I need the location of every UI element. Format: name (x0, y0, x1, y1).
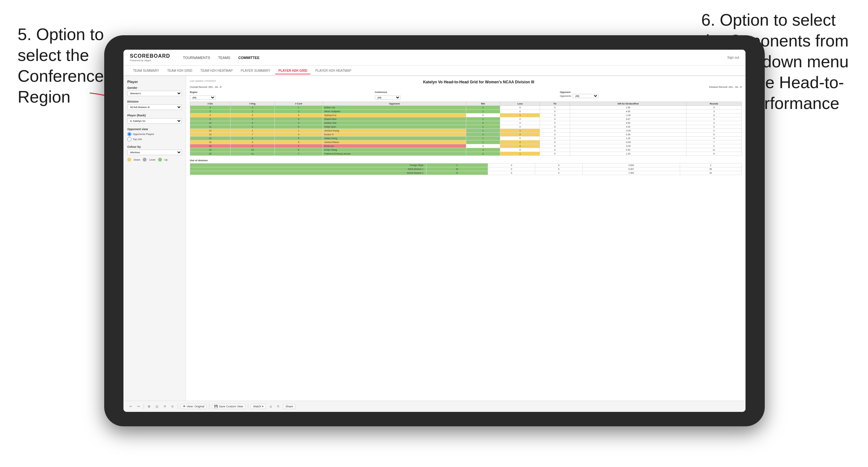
subnav-team-h2h-heatmap[interactable]: TEAM H2H HEATMAP (197, 68, 236, 74)
color-up-dot (158, 158, 162, 161)
region-select[interactable]: (All) (190, 95, 215, 100)
table-row: 522Alexis Sudijanto1004.003 (190, 110, 742, 114)
out-table-cell: NCAA Division 2 (190, 171, 427, 175)
nav-tournaments[interactable]: TOURNAMENTS (180, 54, 214, 61)
table-cell: 6 (275, 148, 323, 152)
watch-button[interactable]: Watch ▾ (251, 404, 266, 409)
colour-by-select[interactable]: Win/loss (127, 150, 182, 155)
radio-opponents-played-input[interactable] (127, 132, 131, 136)
table-cell: 4 (686, 121, 742, 125)
division-select[interactable]: NCAA Division III (127, 104, 182, 110)
opponent-select[interactable]: (All) (573, 94, 598, 98)
opponent-view-label: Opponent view (127, 128, 182, 131)
table-cell: 3.67 (570, 117, 686, 121)
toolbar-icon-3[interactable]: ↺ (162, 404, 167, 409)
player-section-title: Player (127, 80, 182, 84)
table-cell: 2 (500, 133, 540, 136)
redo-button[interactable]: ↪ (136, 404, 141, 409)
table-cell: 3 (275, 114, 323, 117)
view-original-label: View: Original (187, 405, 204, 408)
table-cell: 0 (500, 148, 540, 152)
table-cell: 11 (686, 148, 742, 152)
radio-opponents-played[interactable]: Opponents Played (127, 132, 182, 136)
table-row: 1125Heejo Hyun1003.333 (190, 125, 742, 129)
table-cell: 1 (466, 136, 500, 141)
table-cell: 2 (275, 110, 323, 114)
nav-teams[interactable]: TEAMS (215, 54, 234, 61)
color-down-label: Down (134, 158, 140, 161)
toolbar-icon-5[interactable]: ⊔ (268, 404, 273, 409)
subnav-team-summary[interactable]: TEAM SUMMARY (130, 68, 162, 74)
player-rank-select[interactable]: 8. Katelyn Vo (127, 118, 182, 124)
table-cell: 6 (230, 121, 275, 125)
region-filter-label: Region (190, 91, 372, 93)
out-table-cell: 9.267 (583, 167, 680, 171)
view-original-button[interactable]: 👁 View: Original (181, 404, 207, 409)
app-header: SCOREBOARD Powered by clippd TOURNAMENTS… (123, 50, 745, 66)
table-cell: 2 (686, 144, 742, 148)
player-rank-label: Player (Rank) (127, 114, 182, 117)
conference-select[interactable]: (All) (375, 95, 401, 100)
table-cell: 13 (190, 129, 230, 133)
table-cell: 1 (500, 152, 540, 156)
table-cell: 3 (686, 125, 742, 129)
radio-top100[interactable]: Top 100 (127, 137, 182, 142)
toolbar-icon-2[interactable]: ◫ (154, 404, 160, 409)
toolbar-icon-6[interactable]: ⊓ (276, 404, 281, 409)
table-cell: 2 (500, 144, 540, 148)
opponent-view-radio-group: Opponents Played Top 100 (127, 132, 182, 142)
subnav-player-h2h-heatmap[interactable]: PLAYER H2H HEATMAP (312, 68, 354, 74)
table-cell: 0 (540, 144, 570, 148)
table-cell: 0 (500, 110, 540, 114)
sign-out-link[interactable]: Sign out (727, 56, 739, 59)
save-custom-button[interactable]: 💾 Save Custom View (212, 404, 245, 409)
table-cell: Emily Chang (323, 148, 466, 152)
subnav-team-h2h-grid[interactable]: TEAM H2H GRID (164, 68, 195, 74)
toolbar-icon-4[interactable]: ⊙ (170, 404, 175, 409)
col-div: # Div (190, 102, 230, 106)
table-row: 1585Stella Cheng1001.254 (190, 136, 742, 141)
table-row: 20117Federica Domecq Lacroze2101.336 (190, 152, 742, 156)
save-icon: 💾 (214, 405, 218, 408)
table-cell: Jessica Mason (323, 141, 466, 144)
table-cell: 6 (275, 141, 323, 144)
radio-opponents-played-label: Opponents Played (133, 133, 154, 135)
subnav-player-h2h-grid[interactable]: PLAYER H2H GRID (275, 68, 310, 74)
table-cell: Alexis Sudijanto (323, 110, 466, 114)
view-icon: 👁 (183, 405, 186, 408)
table-cell: Jessica Huang (323, 129, 466, 133)
toolbar-icon-1[interactable]: ⊞ (147, 404, 152, 409)
out-table-cell: 15 (426, 167, 488, 171)
out-table-cell: 0 (535, 163, 583, 167)
table-cell: 11 (230, 152, 275, 156)
radio-top100-input[interactable] (127, 137, 131, 142)
colour-by-label: Colour by (127, 145, 182, 148)
nav-committee[interactable]: COMMITTEE (235, 54, 262, 61)
table-cell: 2 (275, 144, 323, 148)
grid-header: Last Updated: 27/03/2024 Katelyn Vo Head… (190, 80, 742, 84)
table-cell: 1 (466, 141, 500, 144)
table-cell: 4 (686, 106, 742, 110)
col-opponent: Opponent (323, 102, 466, 106)
undo-button[interactable]: ↩ (128, 404, 133, 409)
table-cell: 5 (190, 110, 230, 114)
out-table-cell: Foreign Team (190, 163, 427, 167)
table-cell: 7 (686, 141, 742, 144)
subnav-player-summary[interactable]: PLAYER SUMMARY (238, 68, 274, 74)
gender-select[interactable]: Women's (127, 91, 182, 96)
share-button[interactable]: Share (283, 404, 295, 409)
col-loss: Loss (500, 102, 540, 106)
table-row: 1063Andrea York2004.004 (190, 121, 742, 125)
table-row: 1474Eunice Yi2200.389 (190, 133, 742, 136)
sidebar-division-section: Division NCAA Division III (127, 100, 182, 110)
table-cell: 0.38 (570, 133, 686, 136)
out-table-row: NCAA Division 25007.40010 (190, 171, 742, 175)
table-cell: 6 (686, 152, 742, 156)
table-cell: 0 (540, 148, 570, 152)
table-cell: 3 (686, 114, 742, 117)
table-cell: 0.30 (570, 148, 686, 152)
bottom-toolbar: ↩ ↪ ⊞ ◫ ↺ ⊙ 👁 View: Original 💾 Save Cust… (123, 401, 745, 412)
table-cell: 2 (230, 144, 275, 148)
conference-filter: Conference (All) (375, 91, 557, 100)
table-cell: 8 (230, 136, 275, 141)
